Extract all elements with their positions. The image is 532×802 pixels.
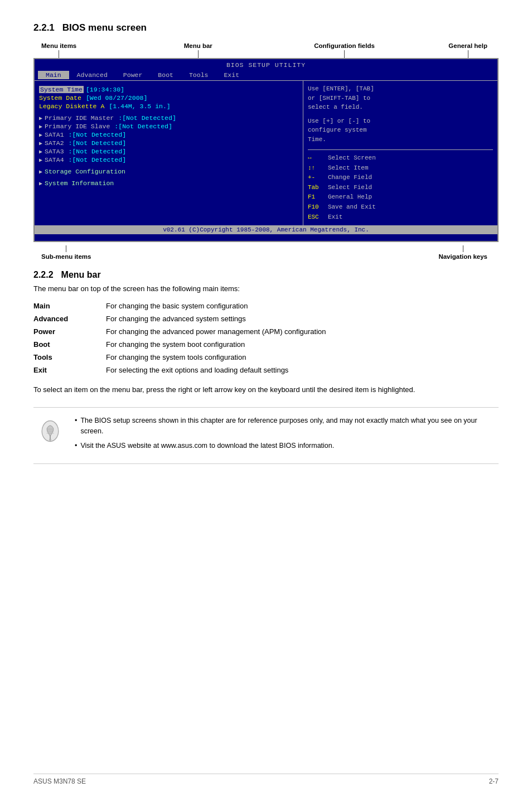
diagram-bottom-labels: Sub-menu items Navigation keys bbox=[33, 245, 499, 260]
section-222-heading: 2.2.2 Menu bar bbox=[33, 270, 499, 280]
bios-system-info: ▶ System Information bbox=[39, 179, 298, 187]
bios-sata1: ▶ SATA1 :[Not Detected] bbox=[39, 131, 298, 139]
bios-screen: BIOS SETUP UTILITY Main Advanced Power B… bbox=[33, 58, 499, 242]
note-content: • The BIOS setup screens shown in this c… bbox=[75, 416, 493, 456]
note-item-1: • The BIOS setup screens shown in this c… bbox=[75, 416, 493, 437]
section-222-description: The menu bar on top of the screen has th… bbox=[33, 284, 499, 293]
bios-menubar: Main Advanced Power Boot Tools Exit bbox=[35, 70, 497, 81]
bios-menu-exit[interactable]: Exit bbox=[216, 71, 247, 79]
bios-primary-ide-slave: ▶ Primary IDE Slave :[Not Detected] bbox=[39, 122, 298, 131]
label-menu-items: Menu items bbox=[41, 42, 76, 58]
note-icon bbox=[39, 416, 66, 456]
bios-legacy-diskette: Legacy Diskette A [1.44M, 3.5 in.] bbox=[39, 102, 298, 110]
bios-sata2: ▶ SATA2 :[Not Detected] bbox=[39, 139, 298, 147]
section-221-heading: 2.2.1 BIOS menu screen bbox=[33, 22, 499, 33]
bios-help-text: Use [ENTER], [TAB] or [SHIFT-TAB] to sel… bbox=[308, 84, 493, 144]
bios-storage-config: ▶ Storage Configuration bbox=[39, 167, 298, 176]
bios-body: System Time [19:34:30] System Date [Wed … bbox=[35, 81, 497, 225]
pencil-icon bbox=[39, 418, 61, 445]
menu-row-main: Main For changing the basic system confi… bbox=[33, 299, 499, 312]
bios-menu-advanced[interactable]: Advanced bbox=[69, 71, 115, 79]
menu-row-advanced: Advanced For changing the advanced syste… bbox=[33, 312, 499, 325]
label-sub-menu-items: Sub-menu items bbox=[41, 245, 91, 260]
bios-left-panel: System Time [19:34:30] System Date [Wed … bbox=[35, 81, 303, 225]
bios-sata3: ▶ SATA3 :[Not Detected] bbox=[39, 147, 298, 156]
label-menu-bar: Menu bar bbox=[184, 42, 212, 58]
bios-menu-main[interactable]: Main bbox=[38, 71, 69, 79]
menu-row-power: Power For changing the advanced power ma… bbox=[33, 325, 499, 338]
menu-table: Main For changing the basic system confi… bbox=[33, 299, 499, 376]
bios-menu-power[interactable]: Power bbox=[115, 71, 151, 79]
bios-menu-tools[interactable]: Tools bbox=[181, 71, 216, 79]
bios-nav-keys: ↔Select Screen ↕↑Select Item +-Change Fi… bbox=[308, 149, 493, 222]
menu-row-exit: Exit For selecting the exit options and … bbox=[33, 364, 499, 376]
menu-row-boot: Boot For changing the system boot config… bbox=[33, 338, 499, 351]
label-general-help: General help bbox=[448, 42, 487, 58]
diagram-top-labels: Menu items Menu bar Configuration fields… bbox=[33, 42, 499, 58]
bios-menu-boot[interactable]: Boot bbox=[150, 71, 181, 79]
label-nav-keys: Navigation keys bbox=[438, 245, 487, 260]
bios-title: BIOS SETUP UTILITY bbox=[35, 59, 497, 70]
bios-footer: v02.61 (C)Copyright 1985-2008, American … bbox=[35, 225, 497, 234]
to-select-text: To select an item on the menu bar, press… bbox=[33, 384, 499, 396]
bios-sata4: ▶ SATA4 :[Not Detected] bbox=[39, 156, 298, 164]
note-box: • The BIOS setup screens shown in this c… bbox=[33, 407, 499, 464]
section-222: 2.2.2 Menu bar The menu bar on top of th… bbox=[33, 270, 499, 464]
page-footer: ASUS M3N78 SE 2-7 bbox=[33, 774, 499, 785]
bios-primary-ide-master: ▶ Primary IDE Master :[Not Detected] bbox=[39, 114, 298, 122]
bios-system-time: System Time [19:34:30] bbox=[39, 85, 298, 94]
bios-system-date: System Date [Wed 08/27/2008] bbox=[39, 94, 298, 102]
note-item-2: • Visit the ASUS website at www.asus.com… bbox=[75, 441, 493, 451]
menu-row-tools: Tools For changing the system tools conf… bbox=[33, 351, 499, 364]
bios-right-panel: Use [ENTER], [TAB] or [SHIFT-TAB] to sel… bbox=[303, 81, 497, 225]
label-config-fields: Configuration fields bbox=[314, 42, 375, 58]
bios-diagram: Menu items Menu bar Configuration fields… bbox=[33, 42, 499, 260]
